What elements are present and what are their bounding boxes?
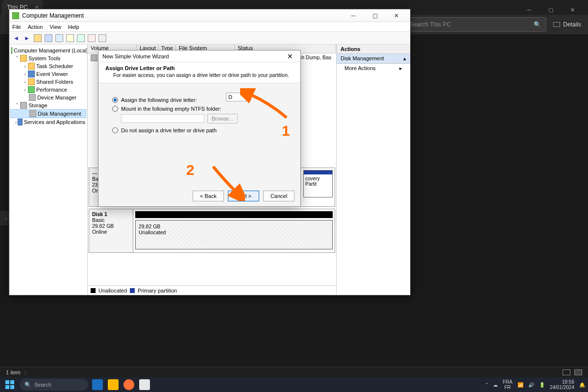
tree-performance[interactable]: ›Performance <box>10 86 86 94</box>
actions-more[interactable]: More Actions ▸ <box>337 64 410 73</box>
search-input[interactable]: Search This PC 🔍 <box>404 17 546 32</box>
tray-battery-icon[interactable]: 🔋 <box>539 382 545 388</box>
status-cell: sh Dump, Bas <box>299 54 331 61</box>
tray-chevron-icon[interactable]: ˄ <box>486 382 488 388</box>
disk1-name: Disk 1 <box>92 211 107 217</box>
tray-cloud-icon[interactable]: ☁ <box>493 382 498 388</box>
wizard-heading: Assign Drive Letter or Path <box>105 65 294 71</box>
disk-header-strip <box>135 211 333 218</box>
tray-lang2: FR <box>503 385 513 390</box>
recovery-label: covery Partit <box>305 176 319 187</box>
back-icon[interactable]: ◄ <box>11 33 21 43</box>
back-button[interactable]: < Back <box>193 191 224 201</box>
wizard-subheading: For easier access, you can assign a driv… <box>113 72 294 78</box>
cm-close-icon[interactable]: ✕ <box>386 9 407 22</box>
actions-header: Actions <box>337 45 410 54</box>
disk1-row: Disk 1 Basic 29.82 GB Online 29.82 GB Un… <box>89 209 335 253</box>
actions-disk-mgmt[interactable]: Disk Management▴ <box>337 54 410 64</box>
drive-letter-select[interactable]: D ˅ <box>226 93 246 101</box>
details-icon <box>553 22 560 27</box>
tree-shared-folders[interactable]: ›Shared Folders <box>10 78 86 86</box>
opt-assign-label: Assign the following drive letter: <box>121 97 197 103</box>
search-icon: 🔍 <box>534 21 541 28</box>
cancel-button[interactable]: Cancel <box>263 191 294 201</box>
toolbar-icon-5[interactable] <box>88 34 96 42</box>
tray-lang1[interactable]: FRA <box>503 379 513 385</box>
tray-wifi-icon[interactable]: 📶 <box>517 382 523 388</box>
legend-primary-icon <box>130 288 135 293</box>
menu-file[interactable]: File <box>12 24 21 30</box>
tree-services[interactable]: ›Services and Applications <box>10 118 86 126</box>
toolbar-icon-3[interactable] <box>66 34 74 42</box>
radio-assign-letter[interactable] <box>112 97 118 103</box>
opt-mount-label: Mount in the following empty NTFS folder… <box>121 106 221 112</box>
folder-path-input[interactable] <box>121 114 204 123</box>
taskbar-app-copilot[interactable] <box>92 379 103 390</box>
cm-maximize-icon[interactable]: ▢ <box>364 9 386 22</box>
search-icon: 🔍 <box>24 382 31 388</box>
details-button[interactable]: Details <box>553 21 581 28</box>
tree-task-scheduler[interactable]: ›Task Scheduler <box>10 62 86 70</box>
radio-mount-folder[interactable] <box>112 106 118 112</box>
tray-time[interactable]: 18:56 <box>550 379 574 385</box>
legend-unalloc: Unallocated <box>98 288 127 294</box>
cm-minimize-icon[interactable]: ─ <box>343 9 364 22</box>
legend-primary: Primary partition <box>138 288 177 294</box>
tray-date: 24/01/2024 <box>550 385 574 390</box>
status-item-count: 1 item <box>6 369 21 375</box>
view-grid-icon[interactable] <box>574 369 582 375</box>
tree-storage[interactable]: ˅Storage <box>10 101 86 109</box>
taskbar-app-firefox[interactable] <box>123 379 134 390</box>
tree-event-viewer[interactable]: ›Event Viewer <box>10 70 86 78</box>
details-label: Details <box>563 21 581 28</box>
legend-unalloc-icon <box>91 288 96 293</box>
menu-view[interactable]: View <box>49 24 61 30</box>
unallocated-partition[interactable]: 29.82 GB Unallocated <box>135 220 333 249</box>
help-icon[interactable] <box>55 34 63 42</box>
taskbar-app-4[interactable] <box>139 379 150 390</box>
cm-title: Computer Management <box>22 12 84 19</box>
nav-tree: Computer Management (Local) ˅System Tool… <box>9 45 88 295</box>
menu-action[interactable]: Action <box>28 24 43 30</box>
tray-notifications-icon[interactable]: 🔔 <box>579 382 585 388</box>
toolbar-icon-2[interactable] <box>45 34 52 42</box>
taskbar: 🔍 Search ˄ ☁ FRA FR 📶 🔊 🔋 18:56 24/01/20… <box>0 377 588 392</box>
wizard-close-icon[interactable]: ✕ <box>284 52 296 60</box>
start-button[interactable] <box>3 378 17 392</box>
tray-volume-icon[interactable]: 🔊 <box>528 382 534 388</box>
taskbar-search[interactable]: 🔍 Search <box>20 379 88 391</box>
chevron-down-icon: ˅ <box>241 94 244 100</box>
menu-help[interactable]: Help <box>68 24 79 30</box>
chevron-right-icon: ▸ <box>399 65 402 72</box>
view-list-icon[interactable] <box>563 369 570 375</box>
cm-app-icon <box>12 12 19 19</box>
forward-icon[interactable]: ► <box>22 33 32 43</box>
toolbar-icon-4[interactable] <box>77 34 85 42</box>
tree-root[interactable]: Computer Management (Local) <box>10 47 86 54</box>
chevron-up-icon: ▴ <box>403 55 406 62</box>
toolbar-icon-1[interactable] <box>34 34 42 42</box>
browse-button[interactable]: Browse... <box>207 114 238 123</box>
tree-disk-management[interactable]: Disk Management <box>10 109 86 118</box>
tree-device-manager[interactable]: Device Manager <box>10 94 86 101</box>
opt-none-label: Do not assign a drive letter or drive pa… <box>121 127 217 133</box>
radio-no-letter[interactable] <box>112 127 118 133</box>
next-button[interactable]: Next > <box>228 191 259 201</box>
wizard-title: New Simple Volume Wizard <box>102 53 169 59</box>
search-placeholder: Search This PC <box>410 21 451 28</box>
toolbar-icon-6[interactable] <box>98 34 106 42</box>
taskbar-app-explorer[interactable] <box>108 379 119 390</box>
tree-system-tools[interactable]: ˅System Tools <box>10 54 86 62</box>
simple-volume-wizard: New Simple Volume Wizard ✕ Assign Drive … <box>98 50 301 207</box>
